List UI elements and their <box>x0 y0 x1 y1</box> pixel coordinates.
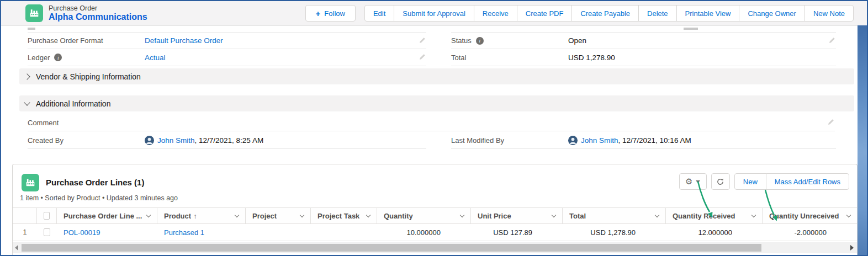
follow-button-label: Follow <box>324 9 345 18</box>
select-all-checkbox[interactable] <box>44 212 50 220</box>
delete-button[interactable]: Delete <box>638 5 677 22</box>
cell-project-task <box>311 224 377 241</box>
column-header-unit-price[interactable]: Unit Price <box>471 208 563 223</box>
gear-icon: ⚙ <box>685 177 692 186</box>
follow-button[interactable]: + Follow <box>305 5 356 22</box>
created-by-timestamp: , 12/7/2021, 8:25 AM <box>195 136 264 145</box>
chevron-down-icon <box>846 212 851 217</box>
edit-pencil-icon[interactable] <box>829 36 836 46</box>
new-note-button[interactable]: New Note <box>805 5 854 22</box>
field-comment: Comment <box>28 114 835 131</box>
status-label: Status <box>451 36 472 45</box>
ledger-link[interactable]: Actual <box>145 54 166 62</box>
edit-button[interactable]: Edit <box>364 5 394 22</box>
cell-quantity: 10.000000 <box>377 224 471 241</box>
product-link[interactable]: Purchased 1 <box>164 228 204 237</box>
field-label: Total <box>451 54 568 62</box>
receive-button[interactable]: Receive <box>474 5 517 22</box>
user-avatar <box>568 136 578 145</box>
section-additional-information[interactable]: Additional Information <box>19 95 854 111</box>
table-row: 1 POL-00019 Purchased 1 10.000000 USD 12… <box>13 224 857 241</box>
cell-purchase-order-line: POL-00019 <box>57 224 157 241</box>
section-title: Vendor & Shipping Information <box>36 72 141 81</box>
chevron-right-icon <box>24 73 30 79</box>
related-list-title[interactable]: Purchase Order Lines (1) <box>46 178 144 187</box>
chevron-down-icon <box>235 212 239 217</box>
table-header-row: Purchase Order Line ... Product ↑ Projec… <box>13 207 857 224</box>
scroll-right-arrow[interactable] <box>850 245 854 250</box>
record-header-bar: Purchase Order Alpha Communications + Fo… <box>1 1 867 26</box>
related-list-actions: ⚙ New Mass Add/Edit Rows <box>679 173 849 190</box>
section-vendor-shipping-information[interactable]: Vendor & Shipping Information <box>19 68 854 84</box>
column-label: Project Task <box>317 212 359 220</box>
column-label: Product <box>164 212 191 220</box>
comment-label: Comment <box>28 119 145 127</box>
column-header-quantity[interactable]: Quantity <box>377 208 471 223</box>
info-icon[interactable] <box>476 37 484 45</box>
column-header-project-task[interactable]: Project Task <box>311 208 377 223</box>
chevron-down-icon <box>552 212 556 217</box>
info-icon[interactable] <box>54 54 62 61</box>
list-settings-button[interactable]: ⚙ <box>679 173 707 190</box>
new-button[interactable]: New <box>734 173 766 190</box>
field-purchase-order-format: Purchase Order Format Default Purchase O… <box>28 32 426 49</box>
chevron-down-icon <box>655 212 659 217</box>
edit-pencil-icon[interactable] <box>828 118 835 127</box>
submit-for-approval-button[interactable]: Submit for Approval <box>394 5 474 22</box>
created-by-label: Created By <box>28 136 145 145</box>
printable-view-button[interactable]: Printable View <box>676 5 740 22</box>
field-total: Total USD 1,278.90 <box>451 49 836 66</box>
column-header-product[interactable]: Product ↑ <box>157 208 246 223</box>
create-payable-button[interactable]: Create Payable <box>571 5 639 22</box>
row-number: 1 <box>13 224 37 241</box>
change-owner-button[interactable]: Change Owner <box>739 5 805 22</box>
field-label: Ledger <box>28 54 145 62</box>
column-header-quantity-received[interactable]: Quantity Received <box>666 208 763 223</box>
cell-project <box>246 224 311 241</box>
column-header-quantity-unreceived[interactable]: Quantity Unreceived <box>763 208 857 223</box>
purchase-order-lines-icon <box>22 174 39 191</box>
last-modified-by-user-link[interactable]: John Smith <box>581 136 618 145</box>
column-header-project[interactable]: Project <box>246 208 311 223</box>
detail-column-left: Purchase Order Format Default Purchase O… <box>28 32 426 66</box>
chevron-down-icon <box>300 212 304 217</box>
related-list-header: Purchase Order Lines (1) 1 item • Sorted… <box>13 164 857 207</box>
column-header-purchase-order-line[interactable]: Purchase Order Line ... <box>57 208 157 223</box>
field-status: Status Open <box>451 32 836 49</box>
record-actions-toolbar: + Follow Edit Submit for Approval Receiv… <box>305 5 854 22</box>
clipped-row-remnant <box>28 28 35 30</box>
edit-pencil-icon[interactable] <box>419 36 426 46</box>
column-label: Purchase Order Line ... <box>63 212 142 220</box>
row-number-column-header <box>13 208 37 223</box>
edit-pencil-icon[interactable] <box>419 52 426 62</box>
cell-unit-price: USD 127.89 <box>471 224 563 241</box>
purchase-order-line-link[interactable]: POL-00019 <box>63 228 100 237</box>
chevron-down-icon <box>751 212 756 217</box>
chevron-down-icon <box>696 180 700 183</box>
mass-add-edit-rows-button[interactable]: Mass Add/Edit Rows <box>766 173 849 190</box>
horizontal-scrollbar[interactable] <box>13 242 857 253</box>
row-checkbox-cell <box>37 224 57 241</box>
row-checkbox[interactable] <box>44 228 50 236</box>
record-type-label: Purchase Order <box>49 4 147 12</box>
chevron-down-icon <box>460 212 464 217</box>
purchase-order-format-link[interactable]: Default Purchase Order <box>145 36 223 45</box>
record-titles: Purchase Order Alpha Communications <box>49 4 147 23</box>
section-title: Additional Information <box>36 99 110 108</box>
created-by-user-link[interactable]: John Smith <box>157 136 195 145</box>
refresh-button[interactable] <box>711 173 730 190</box>
column-label: Project <box>252 212 277 220</box>
scrollbar-thumb[interactable] <box>22 244 761 252</box>
related-list-meta: 1 item • Sorted by Product • Updated 3 m… <box>20 194 178 202</box>
column-header-total[interactable]: Total <box>563 208 666 223</box>
desktop-wallpaper-strip <box>858 25 867 256</box>
cell-quantity-received: 12.000000 <box>666 224 763 241</box>
column-label: Unit Price <box>478 212 511 220</box>
field-label: Purchase Order Format <box>28 36 145 45</box>
purchase-order-page: Purchase Order Alpha Communications + Fo… <box>0 0 868 256</box>
create-pdf-button[interactable]: Create PDF <box>517 5 573 22</box>
chevron-down-icon <box>146 212 151 217</box>
detail-column-right: Status Open Total USD 1,278.90 <box>451 32 836 66</box>
action-button-group: Edit Submit for Approval Receive Create … <box>364 5 854 22</box>
scroll-left-arrow[interactable] <box>15 245 18 250</box>
